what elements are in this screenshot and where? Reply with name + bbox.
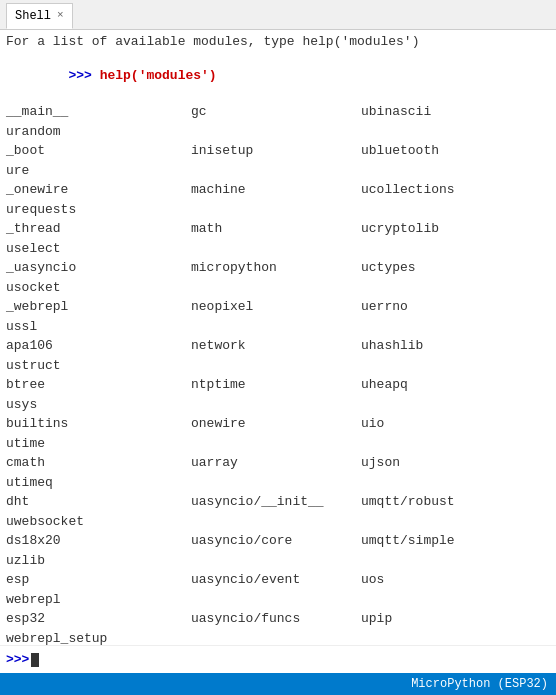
module-col1: _webrepl [6,297,191,317]
module-col1: utimeq [6,473,191,493]
module-col1: urandom [6,122,191,142]
bottom-prompt-bar: >>> [0,645,556,673]
shell-tab[interactable]: Shell × [6,3,73,29]
command-text: help('modules') [100,68,217,83]
module-col1: usocket [6,278,191,298]
list-item: usocket [6,278,550,298]
shell-content[interactable]: For a list of available modules, type he… [0,30,556,645]
module-col1: webrepl_setup [6,629,191,646]
bottom-prompt-text: >>> [6,652,29,667]
module-col2: math [191,219,361,239]
list-item: ure [6,161,550,181]
list-item: utime [6,434,550,454]
list-item: utimeq [6,473,550,493]
status-label: MicroPython (ESP32) [411,677,548,691]
module-col3: uerrno [361,297,408,317]
module-col3: ujson [361,453,400,473]
list-item: btreentptimeuheapq [6,375,550,395]
module-col3: umqtt/simple [361,531,455,551]
module-col1: apa106 [6,336,191,356]
module-col1: ustruct [6,356,191,376]
module-col1: ussl [6,317,191,337]
module-col3: upip [361,609,392,629]
module-col1: uselect [6,239,191,259]
module-col2 [191,161,361,181]
module-col1: cmath [6,453,191,473]
module-col2 [191,551,361,571]
list-item: espuasyncio/eventuos [6,570,550,590]
module-col1: _boot [6,141,191,161]
list-item: urequests [6,200,550,220]
status-bar: MicroPython (ESP32) [0,673,556,695]
module-col1: uzlib [6,551,191,571]
module-col1: __main__ [6,102,191,122]
module-col2 [191,122,361,142]
module-col2 [191,200,361,220]
list-item: uzlib [6,551,550,571]
info-line: For a list of available modules, type he… [6,34,550,49]
module-col3: uio [361,414,384,434]
module-col1: utime [6,434,191,454]
tab-label: Shell [15,9,51,23]
tab-close-button[interactable]: × [57,10,64,21]
module-col2 [191,395,361,415]
list-item: apa106networkuhashlib [6,336,550,356]
module-col2: neopixel [191,297,361,317]
list-item: ustruct [6,356,550,376]
module-col1: _thread [6,219,191,239]
module-col1: urequests [6,200,191,220]
list-item: usys [6,395,550,415]
title-bar: Shell × [0,0,556,30]
list-item: _bootinisetupubluetooth [6,141,550,161]
module-col2 [191,434,361,454]
module-col1: dht [6,492,191,512]
list-item: _webreplneopixeluerrno [6,297,550,317]
module-col2 [191,317,361,337]
module-col2: ntptime [191,375,361,395]
list-item: ds18x20uasyncio/coreumqtt/simple [6,531,550,551]
list-item: dhtuasyncio/__init__umqtt/robust [6,492,550,512]
module-col2: micropython [191,258,361,278]
module-col2: machine [191,180,361,200]
list-item: __main__gcubinascii [6,102,550,122]
module-col1: webrepl [6,590,191,610]
cursor [31,653,39,667]
module-col3: uheapq [361,375,408,395]
module-col1: esp32 [6,609,191,629]
list-item: esp32uasyncio/funcsupip [6,609,550,629]
prompt-prefix: >>> [68,68,99,83]
list-item: _uasynciomicropythonuctypes [6,258,550,278]
module-col1: _onewire [6,180,191,200]
list-item: _threadmathucryptolib [6,219,550,239]
list-item: urandom [6,122,550,142]
module-col2: onewire [191,414,361,434]
list-item: uwebsocket [6,512,550,532]
module-col2 [191,278,361,298]
module-col1: ds18x20 [6,531,191,551]
list-item: webrepl [6,590,550,610]
module-col1: ure [6,161,191,181]
module-col1: btree [6,375,191,395]
module-col3: ucollections [361,180,455,200]
module-col2 [191,590,361,610]
module-col2: uasyncio/event [191,570,361,590]
module-col2 [191,629,361,646]
module-col2 [191,512,361,532]
shell-container: For a list of available modules, type he… [0,30,556,673]
module-col2: uarray [191,453,361,473]
list-item: builtinsonewireuio [6,414,550,434]
module-col1: builtins [6,414,191,434]
list-item: uselect [6,239,550,259]
module-col3: uhashlib [361,336,423,356]
module-col2: uasyncio/funcs [191,609,361,629]
module-col2 [191,473,361,493]
module-grid: __main__gcubinasciiurandom_bootinisetupu… [6,102,550,645]
list-item: cmathuarrayujson [6,453,550,473]
module-col2: network [191,336,361,356]
list-item: ussl [6,317,550,337]
list-item: _onewiremachineucollections [6,180,550,200]
module-col1: esp [6,570,191,590]
module-col2: uasyncio/core [191,531,361,551]
module-col2: uasyncio/__init__ [191,492,361,512]
module-col2 [191,356,361,376]
